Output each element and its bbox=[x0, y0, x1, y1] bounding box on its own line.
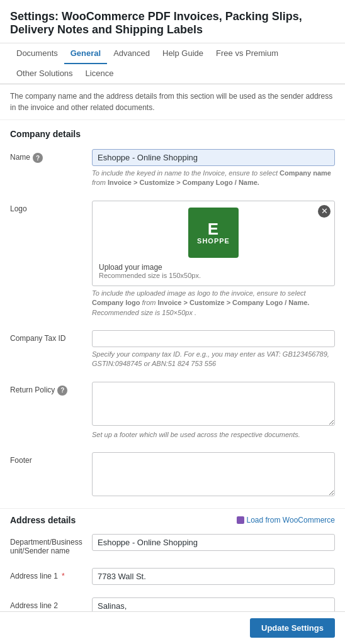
logo-hint: To include the uploaded image as logo to… bbox=[92, 289, 335, 318]
address-section-header: Address details Load from WooCommerce bbox=[0, 508, 345, 529]
page-title: Settings: WooCommerce PDF Invoices, Pack… bbox=[0, 0, 345, 43]
logo-upload-box: ✕ E SHOPPE Upload your image Recommended… bbox=[92, 201, 335, 286]
name-field: To include the keyed in name to the Invo… bbox=[92, 149, 335, 188]
logo-upload-label[interactable]: Upload your image bbox=[99, 263, 328, 272]
tax-id-hint: Specify your company tax ID. For e.g., y… bbox=[92, 350, 335, 369]
footer-field bbox=[92, 452, 335, 498]
return-policy-help-icon[interactable]: ? bbox=[57, 386, 67, 396]
footer-bar: Update Settings bbox=[0, 611, 345, 644]
close-icon: ✕ bbox=[321, 207, 328, 215]
dept-input[interactable] bbox=[92, 534, 335, 551]
address2-label: Address line 2 bbox=[10, 597, 92, 610]
dept-row: Department/Business unit/Sender name bbox=[0, 529, 345, 560]
name-hint: To include the keyed in name to the Invo… bbox=[92, 169, 335, 188]
return-policy-row: Return Policy ? Set up a footer which wi… bbox=[0, 377, 345, 445]
tab-free-vs-premium[interactable]: Free vs Premium bbox=[210, 43, 285, 64]
logo-row: Logo ✕ E SHOPPE Upload your image Recomm… bbox=[0, 196, 345, 323]
logo-field: ✕ E SHOPPE Upload your image Recommended… bbox=[92, 201, 335, 318]
address1-input[interactable] bbox=[92, 568, 335, 585]
footer-field-label: Footer bbox=[10, 452, 92, 465]
company-section-title: Company details bbox=[0, 120, 345, 144]
return-policy-field: Set up a footer which will be used acros… bbox=[92, 382, 335, 440]
logo-preview: E SHOPPE bbox=[99, 208, 328, 258]
dept-field bbox=[92, 534, 335, 551]
footer-textarea[interactable] bbox=[92, 452, 335, 496]
name-row: Name ? To include the keyed in name to t… bbox=[0, 144, 345, 193]
logo-label: Logo bbox=[10, 201, 92, 213]
address1-label: Address line 1 * bbox=[10, 568, 92, 580]
wc-flag-icon bbox=[237, 516, 244, 524]
logo-size-hint: Recommended size is 150x50px. bbox=[99, 272, 328, 279]
update-settings-button[interactable]: Update Settings bbox=[250, 618, 335, 638]
dept-label: Department/Business unit/Sender name bbox=[10, 534, 92, 555]
return-policy-label: Return Policy ? bbox=[10, 382, 92, 396]
return-policy-hint: Set up a footer which will be used acros… bbox=[92, 430, 335, 440]
tab-help-guide[interactable]: Help Guide bbox=[156, 43, 210, 64]
tax-id-row: Company Tax ID Specify your company tax … bbox=[0, 325, 345, 374]
address1-field bbox=[92, 568, 335, 585]
load-from-woocommerce-link[interactable]: Load from WooCommerce bbox=[237, 516, 336, 525]
tab-other-solutions[interactable]: Other Solutions bbox=[10, 64, 79, 84]
address-section-title: Address details bbox=[10, 515, 76, 525]
tax-id-field: Specify your company tax ID. For e.g., y… bbox=[92, 330, 335, 369]
tab-advanced[interactable]: Advanced bbox=[107, 43, 156, 64]
address1-required-star: * bbox=[62, 572, 65, 580]
tax-id-label: Company Tax ID bbox=[10, 330, 92, 343]
tab-documents[interactable]: Documents bbox=[10, 43, 64, 64]
tab-general[interactable]: General bbox=[64, 43, 107, 64]
address1-row: Address line 1 * bbox=[0, 563, 345, 590]
return-policy-textarea[interactable] bbox=[92, 382, 335, 426]
logo-remove-button[interactable]: ✕ bbox=[318, 205, 331, 218]
nav-tabs: Documents General Advanced Help Guide Fr… bbox=[0, 43, 345, 84]
name-help-icon[interactable]: ? bbox=[33, 153, 43, 163]
logo-letter: E bbox=[208, 221, 219, 237]
tax-id-input[interactable] bbox=[92, 330, 335, 347]
tab-licence[interactable]: Licence bbox=[79, 64, 120, 84]
name-input[interactable] bbox=[92, 149, 335, 166]
logo-image: E SHOPPE bbox=[188, 208, 239, 258]
footer-field-row: Footer bbox=[0, 447, 345, 503]
name-label: Name ? bbox=[10, 149, 92, 163]
section-description: The company name and the address details… bbox=[0, 84, 345, 120]
logo-text: SHOPPE bbox=[197, 237, 230, 245]
